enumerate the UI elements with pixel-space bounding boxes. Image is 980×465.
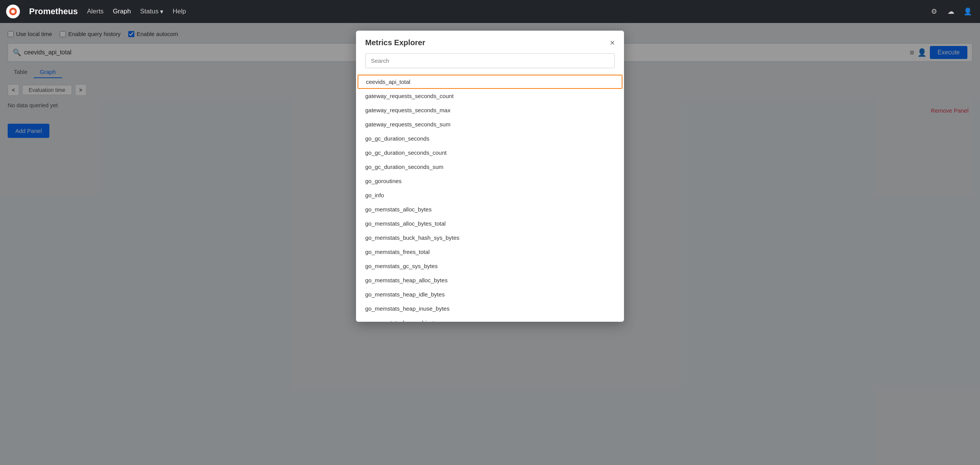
metric-list-item[interactable]: go_goroutines xyxy=(356,174,624,188)
metric-list-item[interactable]: go_memstats_alloc_bytes xyxy=(356,202,624,216)
metric-list-item[interactable]: go_memstats_gc_sys_bytes xyxy=(356,259,624,273)
metric-list-item[interactable]: go_gc_duration_seconds_count xyxy=(356,146,624,160)
modal-search xyxy=(365,53,615,71)
modal-title: Metrics Explorer xyxy=(365,38,425,47)
nav-alerts[interactable]: Alerts xyxy=(87,8,103,15)
metrics-search-input[interactable] xyxy=(365,53,615,68)
navbar: Prometheus Alerts Graph Status ▾ Help ⚙ … xyxy=(0,0,980,23)
metric-list-item[interactable]: go_memstats_heap_idle_bytes xyxy=(356,287,624,301)
metric-list-item[interactable]: gateway_requests_seconds_sum xyxy=(356,117,624,131)
prometheus-logo xyxy=(6,5,20,18)
nav-status[interactable]: Status ▾ xyxy=(140,8,163,16)
metric-list-item[interactable]: go_info xyxy=(356,188,624,202)
metric-list-item[interactable]: go_memstats_buck_hash_sys_bytes xyxy=(356,231,624,245)
metric-list-item[interactable]: go_memstats_heap_inuse_bytes xyxy=(356,301,624,316)
metric-list-item[interactable]: ceevids_api_total xyxy=(358,75,622,89)
metrics-explorer-modal: Metrics Explorer × ceevids_api_totalgate… xyxy=(356,31,624,322)
navbar-right: ⚙ ☁ 👤 xyxy=(928,5,974,18)
nav-help[interactable]: Help xyxy=(173,8,186,15)
page-content: Use local time Enable query history Enab… xyxy=(0,23,980,465)
settings-icon[interactable]: ⚙ xyxy=(928,5,940,18)
cloud-icon[interactable]: ☁ xyxy=(945,5,957,18)
metric-list-item[interactable]: go_memstats_heap_objects xyxy=(356,316,624,322)
user-icon[interactable]: 👤 xyxy=(962,5,974,18)
modal-close-button[interactable]: × xyxy=(610,39,615,47)
metric-list-item[interactable]: gateway_requests_seconds_count xyxy=(356,89,624,103)
metric-list-item[interactable]: gateway_requests_seconds_max xyxy=(356,103,624,117)
metrics-list: ceevids_api_totalgateway_requests_second… xyxy=(356,74,624,322)
modal-header: Metrics Explorer × xyxy=(356,31,624,53)
metric-list-item[interactable]: go_memstats_frees_total xyxy=(356,245,624,259)
metric-list-item[interactable]: go_gc_duration_seconds xyxy=(356,131,624,146)
modal-overlay: Metrics Explorer × ceevids_api_totalgate… xyxy=(0,23,980,465)
metric-list-item[interactable]: go_gc_duration_seconds_sum xyxy=(356,160,624,174)
metric-list-item[interactable]: go_memstats_heap_alloc_bytes xyxy=(356,273,624,287)
watermark: CSDN @超周到的程序员 xyxy=(918,455,974,462)
svg-point-1 xyxy=(11,10,15,13)
metric-list-item[interactable]: go_memstats_alloc_bytes_total xyxy=(356,216,624,231)
nav-graph[interactable]: Graph xyxy=(113,8,131,15)
navbar-brand: Prometheus xyxy=(29,7,78,16)
